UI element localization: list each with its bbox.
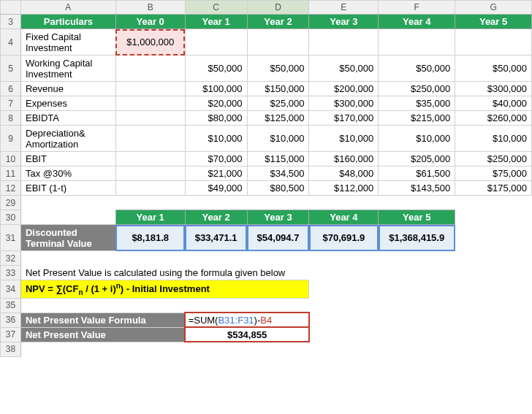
cell[interactable]: $10,000: [379, 126, 455, 152]
particulars-cell[interactable]: Expenses: [20, 96, 115, 111]
col-A[interactable]: A: [20, 1, 115, 15]
discounted-terminal-value-label[interactable]: Discounted Terminal Value: [20, 225, 115, 251]
npv-formula-cell[interactable]: =SUM(B31:F31)-B4: [185, 313, 309, 327]
col-D[interactable]: D: [247, 1, 309, 15]
cell[interactable]: [115, 96, 185, 111]
row-38[interactable]: 38: [1, 342, 21, 356]
cell[interactable]: Year 3: [309, 15, 379, 29]
cell[interactable]: Year 2: [185, 210, 247, 225]
cell[interactable]: Year 3: [247, 210, 309, 225]
row-29[interactable]: 29: [1, 196, 21, 210]
cell[interactable]: $50,000: [185, 55, 247, 82]
row-9[interactable]: 9: [1, 126, 21, 152]
row-7[interactable]: 7: [1, 96, 21, 111]
particulars-cell[interactable]: Revenue: [20, 82, 115, 96]
particulars-cell[interactable]: Working Capital Investment: [20, 55, 115, 82]
row-33[interactable]: 33: [1, 266, 21, 280]
cell[interactable]: $50,000: [455, 55, 532, 82]
cell[interactable]: $200,000: [309, 82, 379, 96]
cell[interactable]: $10,000: [185, 126, 247, 152]
cell[interactable]: [115, 82, 185, 96]
row-5[interactable]: 5: [1, 55, 21, 82]
col-C[interactable]: C: [185, 1, 247, 15]
cell[interactable]: $54,094.7: [247, 225, 309, 251]
cell[interactable]: $125,000: [247, 111, 309, 126]
cell[interactable]: $50,000: [309, 55, 379, 82]
row-32[interactable]: 32: [1, 251, 21, 266]
cell[interactable]: $150,000: [247, 82, 309, 96]
cell[interactable]: [115, 181, 185, 196]
cell[interactable]: Year 5: [379, 210, 455, 225]
col-B[interactable]: B: [115, 1, 185, 15]
particulars-cell[interactable]: Fixed Capital Investment: [20, 29, 115, 55]
cell[interactable]: [115, 166, 185, 181]
cell[interactable]: $49,000: [185, 181, 247, 196]
cell[interactable]: $1,000,000: [115, 29, 185, 55]
row-4[interactable]: 4: [1, 29, 21, 55]
row-30[interactable]: 30: [1, 210, 21, 225]
particulars-cell[interactable]: Tax @30%: [20, 166, 115, 181]
cell[interactable]: $75,000: [455, 166, 532, 181]
cell[interactable]: Year 1: [115, 210, 185, 225]
cell[interactable]: Particulars: [20, 15, 115, 29]
particulars-cell[interactable]: EBIT (1-t): [20, 181, 115, 196]
cell[interactable]: [379, 29, 455, 55]
cell[interactable]: $61,500: [379, 166, 455, 181]
npv-value-label[interactable]: Net Present Value: [20, 327, 185, 342]
cell[interactable]: $10,000: [247, 126, 309, 152]
cell[interactable]: $50,000: [379, 55, 455, 82]
row-31[interactable]: 31: [1, 225, 21, 251]
col-F[interactable]: F: [379, 1, 455, 15]
cell[interactable]: [455, 29, 532, 55]
cell[interactable]: $48,000: [309, 166, 379, 181]
cell[interactable]: $143,500: [379, 181, 455, 196]
cell[interactable]: $175,000: [455, 181, 532, 196]
cell[interactable]: [115, 126, 185, 152]
cell[interactable]: $80,500: [247, 181, 309, 196]
cell[interactable]: $300,000: [455, 82, 532, 96]
row-3[interactable]: 3: [1, 15, 21, 29]
npv-value[interactable]: $534,855: [185, 327, 309, 342]
particulars-cell[interactable]: Depreciation& Amortization: [20, 126, 115, 152]
cell[interactable]: $112,000: [309, 181, 379, 196]
cell[interactable]: $35,000: [379, 96, 455, 111]
cell[interactable]: $300,000: [309, 96, 379, 111]
cell[interactable]: Year 4: [379, 15, 455, 29]
cell[interactable]: Year 2: [247, 15, 309, 29]
cell[interactable]: [309, 29, 379, 55]
cell[interactable]: $34,500: [247, 166, 309, 181]
cell[interactable]: $100,000: [185, 82, 247, 96]
row-12[interactable]: 12: [1, 181, 21, 196]
cell[interactable]: $50,000: [247, 55, 309, 82]
cell[interactable]: $10,000: [455, 126, 532, 152]
cell[interactable]: $10,000: [309, 126, 379, 152]
cell[interactable]: $260,000: [455, 111, 532, 126]
cell[interactable]: $70,000: [185, 152, 247, 166]
cell[interactable]: $250,000: [455, 152, 532, 166]
cell[interactable]: $40,000: [455, 96, 532, 111]
cell[interactable]: $160,000: [309, 152, 379, 166]
cell[interactable]: $70,691.9: [309, 225, 379, 251]
cell[interactable]: $20,000: [185, 96, 247, 111]
cell[interactable]: [115, 152, 185, 166]
cell[interactable]: $80,000: [185, 111, 247, 126]
col-G[interactable]: G: [455, 1, 532, 15]
cell[interactable]: [185, 29, 247, 55]
npv-formula-label[interactable]: Net Present Value Formula: [20, 313, 185, 327]
cell[interactable]: Year 0: [115, 15, 185, 29]
cell[interactable]: $215,000: [379, 111, 455, 126]
cell[interactable]: $1,368,415.9: [379, 225, 455, 251]
col-E[interactable]: E: [309, 1, 379, 15]
cell[interactable]: [247, 29, 309, 55]
cell[interactable]: $250,000: [379, 82, 455, 96]
row-10[interactable]: 10: [1, 152, 21, 166]
row-34[interactable]: 34: [1, 280, 21, 299]
row-35[interactable]: 35: [1, 298, 21, 313]
row-6[interactable]: 6: [1, 82, 21, 96]
particulars-cell[interactable]: EBIT: [20, 152, 115, 166]
row-36[interactable]: 36: [1, 313, 21, 327]
cell[interactable]: [115, 55, 185, 82]
cell[interactable]: $8,181.8: [115, 225, 185, 251]
cell[interactable]: $25,000: [247, 96, 309, 111]
cell[interactable]: Year 1: [185, 15, 247, 29]
